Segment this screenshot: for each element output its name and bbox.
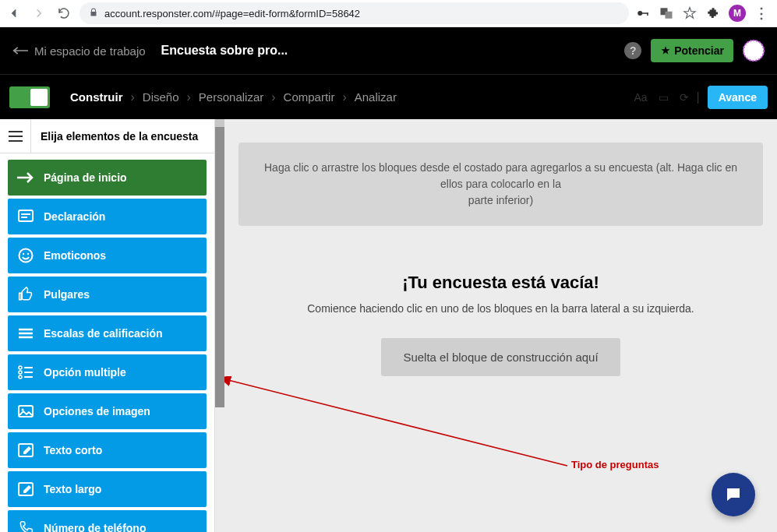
element-declaracion[interactable]: Declaración (8, 199, 207, 234)
element-label: Pulgares (44, 288, 90, 301)
step-analizar[interactable]: Analizar (348, 90, 403, 104)
drag-hint-box: Haga clic o arrastre los bloques desde e… (238, 143, 763, 226)
chevron-icon: › (129, 90, 136, 104)
element-label: Declaración (44, 210, 105, 223)
empty-title: ¡Tu encuesta está vacía! (238, 273, 763, 293)
extensions-icon[interactable] (705, 5, 721, 21)
long-text-icon (17, 481, 34, 498)
svg-point-17 (19, 375, 22, 379)
faded-action-icons: Aa▭⟳ (634, 91, 688, 104)
svg-point-16 (19, 371, 22, 374)
hint-text-1: Haga clic o arrastre los bloques desde e… (262, 160, 740, 192)
element-escalas[interactable]: Escalas de calificación (8, 315, 207, 351)
svg-point-14 (27, 253, 29, 255)
star-icon[interactable] (682, 5, 698, 21)
browser-menu-icon[interactable]: ⋮ (754, 5, 769, 21)
sidebar-scrollbar[interactable] (215, 119, 224, 532)
element-emoticonos[interactable]: Emoticonos (8, 238, 207, 273)
multiple-choice-icon (17, 364, 34, 381)
svg-rect-11 (19, 210, 33, 221)
survey-title: Encuesta sobre pro... (161, 44, 288, 58)
thumb-icon (17, 286, 34, 303)
svg-point-9 (752, 54, 755, 57)
element-label: Opciones de imagen (44, 405, 150, 417)
svg-point-8 (757, 49, 760, 52)
smiley-icon (17, 247, 34, 264)
svg-point-13 (23, 253, 24, 255)
elements-sidebar: Elija elementos de la encuesta Página de… (0, 119, 215, 532)
phone-icon (17, 520, 34, 532)
app-header: Mi espacio de trabajo Encuesta sobre pro… (0, 27, 777, 119)
step-personalizar[interactable]: Personalizar (192, 90, 270, 104)
back-label: Mi espacio de trabajo (34, 44, 146, 58)
chevron-icon: › (341, 90, 348, 104)
sidebar-title: Elija elementos de la encuesta (31, 130, 198, 143)
step-construir[interactable]: Construir (64, 90, 129, 104)
url-text: account.responster.com/#page=edit-form&f… (104, 8, 360, 19)
browser-reload-button[interactable] (55, 4, 73, 23)
key-icon[interactable] (635, 5, 651, 21)
element-label: Texto largo (44, 483, 101, 495)
survey-canvas: Haga clic o arrastre los bloques desde e… (224, 119, 777, 532)
step-diseno[interactable]: Diseño (136, 90, 185, 104)
chevron-icon: › (185, 90, 192, 104)
scale-icon (17, 325, 34, 342)
element-label: Escalas de calificación (44, 327, 163, 340)
svg-line-22 (228, 380, 567, 466)
element-opciones-imagen[interactable]: Opciones de imagen (8, 393, 207, 429)
back-to-workspace[interactable]: Mi espacio de trabajo (12, 44, 146, 58)
step-compartir[interactable]: Compartir (277, 90, 341, 104)
chat-fab[interactable] (712, 473, 755, 516)
arrow-right-icon (17, 169, 34, 186)
help-button[interactable]: ? (624, 42, 641, 59)
element-pulgares[interactable]: Pulgares (8, 277, 207, 312)
potenciar-button[interactable]: Potenciar (651, 39, 733, 62)
url-bar[interactable]: account.responster.com/#page=edit-form&f… (79, 2, 629, 24)
svg-rect-2 (647, 12, 648, 16)
image-icon (17, 403, 34, 420)
svg-point-6 (752, 44, 755, 48)
toggle-switch[interactable] (9, 86, 50, 108)
svg-rect-4 (666, 12, 673, 19)
svg-point-7 (747, 49, 751, 52)
svg-point-12 (19, 249, 33, 262)
element-label: Número de teléfono (44, 522, 146, 532)
element-label: Texto corto (44, 444, 102, 456)
element-texto-corto[interactable]: Texto corto (8, 432, 207, 468)
browser-toolbar: account.responster.com/#page=edit-form&f… (0, 0, 777, 27)
annotation-label: Tipo de preguntas (571, 459, 659, 470)
empty-subtitle: Comience haciendo clic en uno de los blo… (238, 302, 763, 315)
element-numero-telefono[interactable]: Número de teléfono (8, 510, 207, 532)
element-label: Página de inicio (44, 171, 127, 184)
annotation-arrow (224, 376, 575, 485)
svg-point-0 (637, 11, 642, 16)
browser-back-button[interactable] (5, 4, 23, 23)
drop-zone-button[interactable]: Suelta el bloque de construcción aquí (381, 338, 620, 376)
chevron-icon: › (270, 90, 277, 104)
hint-text-2: parte inferior) (262, 192, 740, 209)
svg-point-10 (751, 48, 756, 53)
element-pagina-de-inicio[interactable]: Página de inicio (8, 160, 207, 196)
element-opcion-multiple[interactable]: Opción multiple (8, 354, 207, 390)
lock-icon (89, 8, 98, 19)
avance-button[interactable]: Avance (708, 86, 768, 109)
translate-icon[interactable] (659, 5, 674, 21)
svg-rect-18 (19, 406, 33, 417)
svg-point-15 (19, 366, 22, 369)
statement-icon (17, 208, 34, 225)
element-label: Emoticonos (44, 249, 106, 262)
browser-forward-button[interactable] (30, 4, 48, 23)
short-text-icon (17, 442, 34, 459)
user-avatar[interactable] (743, 40, 765, 62)
profile-avatar[interactable]: M (729, 5, 746, 22)
sidebar-collapse-button[interactable] (0, 119, 31, 153)
element-label: Opción multiple (44, 366, 126, 379)
element-texto-largo[interactable]: Texto largo (8, 471, 207, 507)
